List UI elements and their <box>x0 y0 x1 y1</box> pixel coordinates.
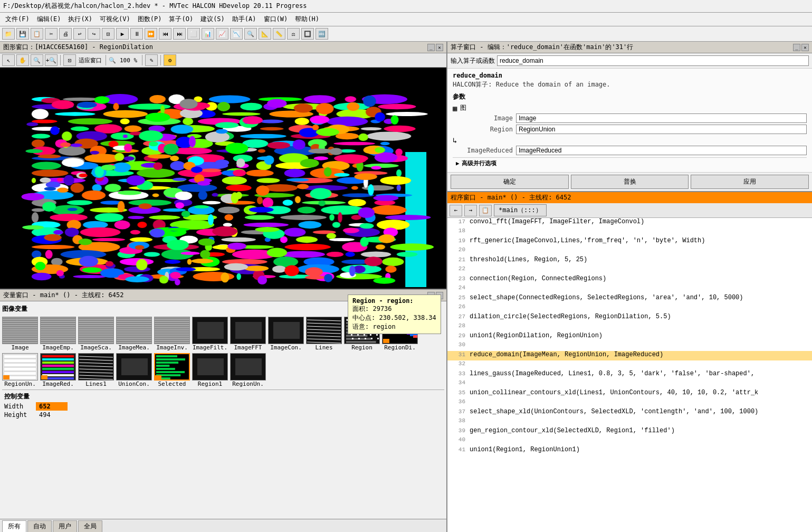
var-thumb-ImageInv[interactable]: ImageInv. <box>154 317 190 351</box>
toolbar-btn-4[interactable]: 🖨 <box>59 28 72 40</box>
menu-item-S[interactable]: 建议(S) <box>197 14 228 25</box>
prog-line-19[interactable]: 19rft_generic(ImageConvol,Lines,'from_fr… <box>447 237 812 246</box>
toolbar-btn-12[interactable]: ⏭ <box>173 28 186 40</box>
toolbar-btn-15[interactable]: 📈 <box>216 28 228 40</box>
var-thumb-ImageEmp[interactable]: ImageEmp. <box>40 317 76 351</box>
zoom-in-btn[interactable]: +🔍 <box>45 54 58 66</box>
menu-item-X[interactable]: 执行(X) <box>65 14 95 25</box>
toolbar-btn-14[interactable]: 📊 <box>202 28 214 40</box>
toolbar-btn-3[interactable]: ✂ <box>45 28 58 40</box>
var-thumb-Lines1[interactable]: Lines1 <box>78 353 114 387</box>
op-search-input[interactable] <box>497 55 809 66</box>
prog-line-38[interactable]: 38 <box>447 417 812 427</box>
graphics-close-btn[interactable]: ✕ <box>436 44 443 51</box>
prog-line-33[interactable]: 33lines_gauss(ImageReduced, Lines1, 0.8,… <box>447 370 812 379</box>
pen-tool-btn[interactable]: ✎ <box>145 54 158 66</box>
menu-item-P[interactable]: 图数(P) <box>135 14 165 25</box>
program-content[interactable]: 17convol_fft(ImageFFT, ImageFilter, Imag… <box>447 218 812 532</box>
prog-line-31[interactable]: 31reduce_domain(ImageMean, RegionUnion, … <box>447 351 812 360</box>
toolbar-btn-11[interactable]: ⏮ <box>159 28 171 40</box>
toolbar-btn-18[interactable]: 📐 <box>259 28 271 40</box>
graphics-window-controls[interactable]: _ ✕ <box>427 44 443 51</box>
prog-line-29[interactable]: 29union1(RegionDilation, RegionUnion) <box>447 332 812 341</box>
prog-line-34[interactable]: 34 <box>447 379 812 389</box>
op-confirm-btn[interactable]: 确定 <box>451 175 569 189</box>
op-apply-btn[interactable]: 应用 <box>691 175 809 189</box>
op-editor-controls[interactable]: _ ✕ <box>793 44 809 51</box>
menu-item-H[interactable]: 帮助(H) <box>292 14 322 25</box>
menu-item-E[interactable]: 编辑(E) <box>34 14 64 25</box>
var-thumb-ImageCon[interactable]: ImageCon. <box>268 317 304 351</box>
toolbar-btn-10[interactable]: ⏩ <box>145 28 157 40</box>
settings-btn[interactable]: ⚙ <box>164 54 176 66</box>
prog-copy-btn[interactable]: 📋 <box>479 205 492 216</box>
var-thumb-ImageMea[interactable]: ImageMea. <box>116 317 152 351</box>
prog-line-24[interactable]: 24 <box>447 284 812 294</box>
var-thumb-UnionCon[interactable]: UnionCon. <box>116 353 152 387</box>
prog-line-21[interactable]: 21threshold(Lines, Region, 5, 25) <box>447 256 812 265</box>
var-thumb-Lines[interactable]: Lines <box>306 317 342 351</box>
prog-line-23[interactable]: 23connection(Region, ConnectedRegions) <box>447 275 812 284</box>
op-editor-minimize-btn[interactable]: _ <box>793 44 800 51</box>
prog-back-btn[interactable]: ← <box>450 205 462 216</box>
op-param-value-imagereduced[interactable] <box>516 146 807 155</box>
toolbar-btn-1[interactable]: 💾 <box>16 28 29 40</box>
toolbar-btn-2[interactable]: 📋 <box>31 28 43 40</box>
status-tab-所有[interactable]: 所有 <box>2 520 26 532</box>
var-thumb-ImageFilt[interactable]: ImageFilt. <box>192 317 228 351</box>
var-thumb-Selected[interactable]: Selected <box>154 353 190 387</box>
var-thumb-Region[interactable]: Region <box>344 317 380 351</box>
var-thumb-Image[interactable]: Image <box>2 317 38 351</box>
menu-item-A[interactable]: 助手(A) <box>229 14 260 25</box>
variables-window-controls[interactable]: _ ✕ <box>427 292 443 299</box>
toolbar-btn-0[interactable]: 📁 <box>2 28 15 40</box>
toolbar-btn-22[interactable]: 🔤 <box>316 28 328 40</box>
var-thumb-ImageFFT[interactable]: ImageFFT <box>230 317 266 351</box>
cursor-tool-btn[interactable]: ↖ <box>2 54 15 66</box>
prog-line-28[interactable]: 28 <box>447 322 812 332</box>
prog-forward-btn[interactable]: → <box>464 205 477 216</box>
prog-line-35[interactable]: 35union_collinear_contours_xld(Lines1, U… <box>447 389 812 398</box>
status-tab-全局[interactable]: 全局 <box>78 520 102 532</box>
var-thumb-RegionUn[interactable]: RegionUn. <box>2 353 38 387</box>
menu-item-W[interactable]: 窗口(W) <box>261 14 291 25</box>
toolbar-btn-13[interactable]: ⬜ <box>187 28 200 40</box>
prog-line-32[interactable]: 32 <box>447 360 812 370</box>
toolbar-btn-7[interactable]: ⊡ <box>102 28 114 40</box>
prog-line-39[interactable]: 39gen_region_contour_xld(SelectedXLD, Re… <box>447 427 812 436</box>
zoom-tool-btn[interactable]: 🔍 <box>31 54 43 66</box>
var-thumb-RegionDi[interactable]: RegionDi. <box>382 317 418 351</box>
menu-item-O[interactable]: 算子(O) <box>166 14 196 25</box>
variables-minimize-btn[interactable]: _ <box>427 292 435 299</box>
prog-line-27[interactable]: 27dilation_circle(SelectedRegions, Regio… <box>447 313 812 322</box>
prog-line-30[interactable]: 30 <box>447 341 812 351</box>
prog-line-26[interactable]: 26 <box>447 303 812 313</box>
op-param-value-region[interactable] <box>516 125 807 134</box>
menu-item-V[interactable]: 可视化(V) <box>97 14 133 25</box>
prog-tab[interactable]: *main（:::） <box>494 204 547 216</box>
toolbar-btn-21[interactable]: 🔲 <box>301 28 314 40</box>
toolbar-btn-20[interactable]: ⚖ <box>287 28 300 40</box>
status-tab-用户[interactable]: 用户 <box>53 520 77 532</box>
prog-line-40[interactable]: 40 <box>447 436 812 446</box>
variables-close-btn[interactable]: ✕ <box>436 292 443 299</box>
prog-line-20[interactable]: 20 <box>447 246 812 256</box>
op-editor-close-btn[interactable]: ✕ <box>801 44 809 51</box>
toolbar-btn-19[interactable]: 📏 <box>273 28 285 40</box>
prog-line-18[interactable]: 18 <box>447 227 812 237</box>
status-tab-自动[interactable]: 自动 <box>27 520 52 532</box>
halcon-display-canvas[interactable] <box>0 68 446 287</box>
toolbar-btn-17[interactable]: 🔍 <box>244 28 257 40</box>
toolbar-btn-5[interactable]: ↩ <box>73 28 86 40</box>
toolbar-btn-9[interactable]: ⏸ <box>130 28 143 40</box>
op-replace-btn[interactable]: 普换 <box>571 175 689 189</box>
var-thumb-ImageSca[interactable]: ImageSca. <box>78 317 114 351</box>
prog-line-17[interactable]: 17convol_fft(ImageFFT, ImageFilter, Imag… <box>447 218 812 227</box>
op-param-value-image[interactable] <box>516 113 807 123</box>
toolbar-btn-8[interactable]: ▶ <box>116 28 129 40</box>
hand-tool-btn[interactable]: ✋ <box>16 54 29 66</box>
menu-item-F[interactable]: 文件(F) <box>2 14 33 25</box>
prog-line-37[interactable]: 37select_shape_xld(UnionContours, Select… <box>447 408 812 417</box>
graphics-minimize-btn[interactable]: _ <box>427 44 435 51</box>
prog-line-36[interactable]: 36 <box>447 398 812 408</box>
